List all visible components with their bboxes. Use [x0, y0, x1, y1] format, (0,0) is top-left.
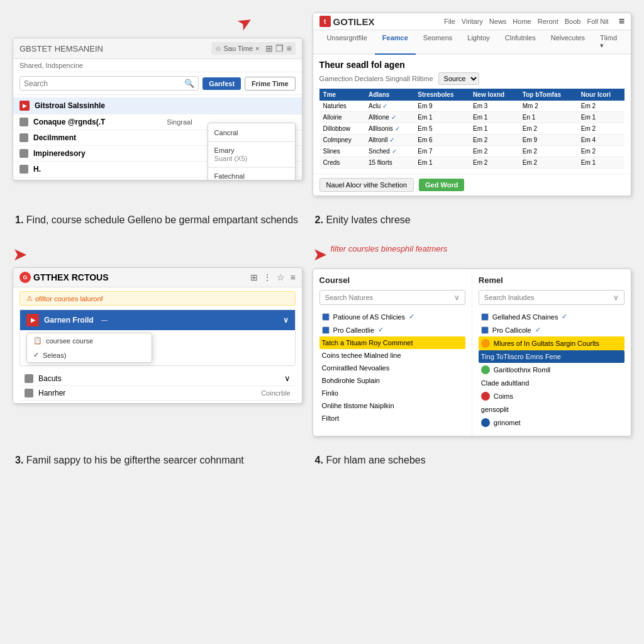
nauel-button[interactable]: Nauel Alocr vithe Schetion: [319, 178, 414, 192]
checkbox-icon[interactable]: [481, 313, 489, 321]
data-table: Tme Adlans Stresnboles New loxnd Top bTo…: [319, 89, 625, 169]
screenshot-2: t GOTILEX File Viritary News Home Reront…: [313, 13, 631, 196]
dots-icon[interactable]: ⋮: [263, 272, 272, 282]
checkbox-icon[interactable]: [322, 313, 330, 321]
item-label: Gellahed AS Chaines: [492, 313, 558, 321]
desc3-number: 3.: [15, 455, 23, 465]
list-item[interactable]: Coims: [479, 389, 625, 403]
frime-time-button[interactable]: Frime Time: [245, 77, 296, 91]
description-2: 2. Enity lvates chrese: [313, 206, 631, 234]
tab-nelvecutes[interactable]: Nelvecutes: [543, 30, 592, 55]
item-label: Finlio: [322, 389, 338, 397]
user-icon: [481, 339, 490, 348]
tab-unsesrgntfile[interactable]: Unsesrgntfile: [319, 30, 375, 55]
table-row: Dillobbow Alllisonis ✓ Em 5 Em 1 Em 2 Em…: [319, 123, 625, 135]
scr4-col-2: Remel ∨ Gellahed AS Chaines ✓ Pro Callic…: [472, 269, 631, 436]
nav-foll[interactable]: Foll Nit: [587, 18, 608, 25]
list-item[interactable]: Bacuts ∨: [19, 371, 296, 386]
tab-close[interactable]: ×: [255, 45, 259, 52]
page-title: Theur seadl fol agen: [319, 60, 625, 70]
table-row: Colmpney Altronll ✓ Em 6 Em 2 Em 9 Em 4: [319, 135, 625, 146]
col1-search[interactable]: ∨: [319, 290, 465, 305]
nav-home[interactable]: Home: [513, 18, 531, 25]
nav-file[interactable]: File: [444, 18, 455, 25]
menu-icon[interactable]: ≡: [286, 43, 291, 53]
dropdown-item-cancral[interactable]: Cancral: [208, 126, 295, 140]
list-item-highlighted[interactable]: Ting ToTliscro Emns Fene: [479, 350, 625, 363]
nav-boob[interactable]: Boob: [565, 18, 581, 25]
list-item-yellow[interactable]: Mlures of In Gultats Sargin Courlts: [479, 336, 625, 350]
col1-search-input[interactable]: [325, 294, 454, 301]
checkbox-icon[interactable]: [322, 326, 330, 334]
search-input[interactable]: [24, 79, 184, 88]
red-folder-icon: ▶: [19, 101, 30, 111]
ganfest-button[interactable]: Ganfest: [203, 77, 241, 90]
tab-clnfutnles[interactable]: Clnfutnles: [497, 30, 543, 55]
check-icon: ✓: [33, 351, 39, 359]
list-item[interactable]: Coins techee Mialned line: [319, 349, 465, 362]
star-icon[interactable]: ☆: [277, 272, 285, 282]
source-select[interactable]: Source: [438, 72, 479, 85]
desc4-text: For hlam ane schebes: [326, 455, 425, 465]
grid-icon[interactable]: ⊞: [265, 43, 273, 53]
ged-word-button[interactable]: Ged Word: [419, 179, 464, 191]
list-item[interactable]: Patioune of AS Chlicies ✓: [319, 310, 465, 323]
file-icon: [19, 118, 28, 126]
list-item[interactable]: grinomet: [479, 416, 625, 430]
list-item[interactable]: Onlihe tlistome Naiplkin: [319, 399, 465, 412]
col2-search[interactable]: ∨: [479, 290, 625, 305]
dropdown-item-fatechnal[interactable]: Fatechnal: [208, 169, 295, 180]
table-row: Naturles Aclu ✓ Em 9 Em 3 Mm 2 Em 2: [319, 101, 625, 112]
file-icon: [25, 374, 33, 383]
expand-icon[interactable]: ∨: [283, 316, 289, 325]
list-item[interactable]: Pro Callicole ✓: [479, 323, 625, 336]
description-1: 1. Find, course schedule Gelleno be germ…: [13, 206, 303, 234]
list-item[interactable]: ▶ Gitstroal Salssinhle Cancral Emary Sua…: [13, 97, 302, 114]
list-item[interactable]: Pro Calleotlie ✓: [319, 323, 465, 336]
scr2-tabs: Unsesrgntfile Feamce Seomens Lightoy Cln…: [313, 30, 631, 55]
search-icon: 🔍: [184, 79, 194, 88]
file-icon: [19, 149, 28, 158]
scr1-tab[interactable]: ☆ Sau Time × ⊞ ❐ ≡: [211, 42, 296, 55]
menu-icon[interactable]: ≡: [290, 272, 295, 282]
nav-news[interactable]: News: [489, 18, 507, 25]
nav-reront[interactable]: Reront: [538, 18, 558, 25]
list-item[interactable]: gensoplit: [479, 403, 625, 416]
dropdown-item-course[interactable]: 📋 coursee course: [27, 333, 152, 348]
scr1-search-row: 🔍 Ganfest Frime Time: [13, 72, 302, 95]
item-label: Coims: [494, 392, 513, 400]
sub-title: Gamection Declalers Singnall Riltime Sou…: [319, 72, 625, 85]
list-item[interactable]: Clade adultland: [479, 377, 625, 389]
window-icon[interactable]: ❐: [275, 43, 284, 53]
dropdown-item-emary[interactable]: Emary Suant (X5): [208, 143, 295, 165]
list-item[interactable]: Bohdirohle Suplain: [319, 374, 465, 387]
item-label: Ting ToTliscro Emns Fene: [481, 353, 561, 360]
desc3-text: Famil sappy to his be gifterthe searcer …: [26, 455, 244, 465]
list-item[interactable]: Gellahed AS Chaines ✓: [479, 310, 625, 323]
list-item[interactable]: Finlio: [319, 387, 465, 399]
list-item[interactable]: Garitloothnx Romll: [479, 363, 625, 377]
tab-lightoy[interactable]: Lightoy: [460, 30, 497, 55]
scr1-search-box[interactable]: 🔍: [19, 76, 199, 91]
course-icon: 📋: [33, 336, 42, 345]
list-item[interactable]: Filtort: [319, 412, 465, 425]
col2-search-input[interactable]: [484, 294, 613, 301]
list-item-selected[interactable]: Tatch a Tituam Roy Commnet: [319, 336, 465, 349]
scr3-list: Bacuts ∨ Hanrher Coincrble: [13, 369, 302, 403]
list-item[interactable]: Hanrher Coincrble: [19, 386, 296, 401]
hamburger-icon[interactable]: ≡: [619, 16, 625, 27]
tab-feamce[interactable]: Feamce: [375, 30, 416, 55]
scr2-logo: t GOTILEX: [319, 16, 375, 27]
list-item[interactable]: Corniratlled Nevoalies: [319, 362, 465, 374]
check-mark: ✓: [378, 326, 384, 334]
expand-icon[interactable]: ∨: [284, 374, 291, 383]
tab-tlimd[interactable]: Tlimd ▾: [592, 30, 625, 55]
nav-viritary[interactable]: Viritary: [462, 18, 483, 25]
screenshot-4: Coursel ∨ Patioune of AS Chlicies ✓ Pro …: [313, 269, 631, 436]
warning-icon: ⚠: [26, 294, 33, 303]
tab-seomens[interactable]: Seomens: [416, 30, 460, 55]
checkbox-icon[interactable]: [481, 326, 489, 334]
grid-icon[interactable]: ⊞: [250, 272, 258, 282]
dropdown-item-seleas[interactable]: ✓ Seleas): [27, 348, 152, 362]
scr3-icons: ⊞ ⋮ ☆ ≡: [250, 272, 295, 282]
